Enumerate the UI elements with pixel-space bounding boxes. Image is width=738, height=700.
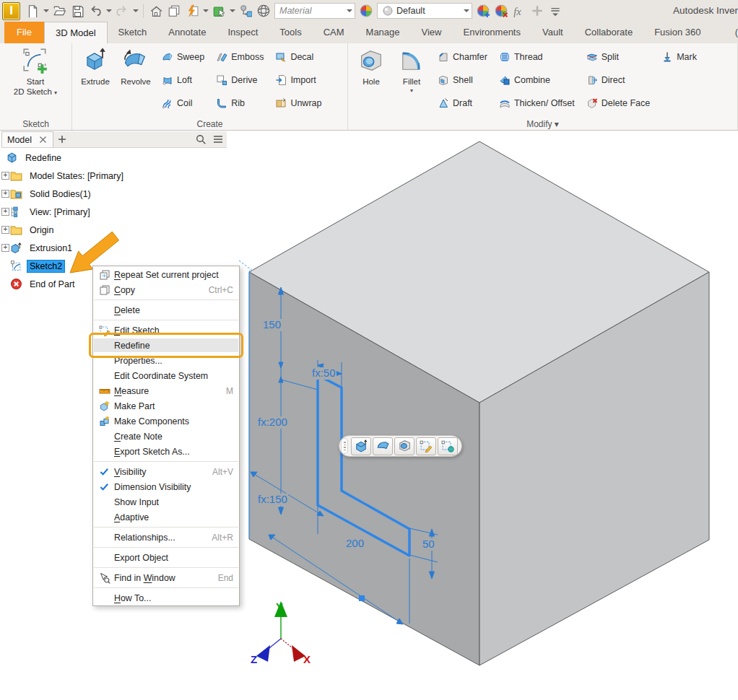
ribbon-tab-manage[interactable]: Manage — [355, 22, 411, 43]
ribbon-button-split[interactable]: Split — [583, 45, 654, 69]
ribbon-button-draft[interactable]: Draft — [434, 92, 491, 115]
customize-qat-icon[interactable] — [547, 2, 564, 19]
dropdown-caret[interactable] — [42, 2, 50, 19]
dim-fx150[interactable]: fx:150 — [257, 494, 288, 506]
ribbon-tab-view[interactable]: View — [411, 22, 453, 43]
undo-icon[interactable] — [87, 2, 104, 19]
ribbon-button-coil[interactable]: Coil — [158, 92, 208, 115]
appearance-combo[interactable]: Default — [377, 3, 472, 19]
mini-toolbar-grip[interactable] — [341, 438, 348, 454]
copy-icon[interactable] — [165, 2, 183, 19]
browser-menu-icon[interactable] — [209, 134, 227, 145]
ribbon-tab-file[interactable]: File — [4, 22, 44, 43]
menu-item-show-input[interactable]: Show Input — [93, 494, 239, 509]
save-file-icon[interactable] — [69, 2, 86, 19]
dropdown-caret[interactable] — [131, 2, 139, 19]
ribbon-button-derive[interactable]: Derive — [212, 69, 267, 92]
menu-item-export-sketch-as-[interactable]: Export Sketch As... — [93, 444, 239, 459]
search-icon[interactable] — [192, 134, 209, 145]
dim-50[interactable]: 50 — [422, 538, 435, 551]
ribbon-button-direct[interactable]: Direct — [583, 69, 654, 92]
menu-item-dimension-visibility[interactable]: Dimension Visibility — [93, 479, 239, 494]
extrude-mini-button[interactable] — [351, 437, 371, 455]
menu-item-make-components[interactable]: Make Components — [93, 414, 239, 429]
ribbon-button-start-2d-sketch[interactable]: Start2D Sketch ▾ — [3, 45, 68, 116]
ribbon-tab-inspect[interactable]: Inspect — [217, 22, 269, 43]
menu-item-relationships-[interactable]: Relationships...Alt+R — [93, 530, 239, 545]
menu-item-create-note[interactable]: Create Note — [93, 429, 239, 444]
ribbon-button-delete-face[interactable]: Delete Face — [583, 92, 654, 115]
tree-item-model-states-primary-[interactable]: +Model States: [Primary] — [0, 167, 231, 185]
ribbon-tab-vault[interactable]: Vault — [531, 22, 574, 43]
ribbon-tab-sketch[interactable]: Sketch — [108, 22, 158, 43]
ribbon-tab-collaborate[interactable]: Collaborate — [574, 22, 644, 43]
home-icon[interactable] — [147, 2, 165, 19]
ribbon-tab-3d-model[interactable]: 3D Model — [44, 22, 108, 43]
new-sketch-mini-button[interactable] — [438, 437, 458, 455]
revolve-mini-button[interactable] — [373, 437, 393, 455]
ribbon-button-thicken-offset[interactable]: Thicken/ Offset — [495, 92, 578, 115]
ribbon-button-revolve[interactable]: Revolve — [116, 45, 156, 116]
menu-item-edit-sketch[interactable]: Edit Sketch — [93, 323, 239, 338]
dim-fx200[interactable]: fx:200 — [257, 416, 288, 429]
ribbon-button-combine[interactable]: Combine — [495, 69, 578, 92]
ribbon-tab-cam[interactable]: CAM — [313, 22, 355, 43]
menu-item-how-to-[interactable]: How To... — [93, 590, 239, 605]
menu-item-adaptive[interactable]: Adaptive — [93, 509, 239, 525]
panel-label-sketch[interactable]: Sketch — [0, 119, 71, 129]
menu-item-visibility[interactable]: VisibilityAlt+V — [93, 464, 239, 479]
dropdown-caret[interactable] — [105, 2, 113, 19]
ribbon-button-import[interactable]: Import — [272, 69, 325, 92]
ribbon-button-thread[interactable]: Thread — [495, 45, 578, 69]
ribbon-button-chamfer[interactable]: Chamfer — [434, 45, 491, 69]
menu-item-copy[interactable]: CopyCtrl+C — [93, 282, 239, 297]
expand-plus-icon[interactable]: + — [1, 172, 9, 180]
ribbon-tab-fusion-360[interactable]: Fusion 360 — [643, 22, 711, 43]
dim-200[interactable]: 200 — [345, 538, 365, 550]
expand-plus-icon[interactable]: + — [1, 208, 9, 216]
redo-icon[interactable] — [113, 2, 131, 19]
material-combo[interactable]: Material — [274, 3, 355, 19]
ribbon-button-mark[interactable]: Mark — [658, 45, 700, 69]
menu-item-export-object[interactable]: Export Object — [93, 550, 239, 565]
open-file-icon[interactable] — [51, 2, 68, 19]
ribbon-button-unwrap[interactable]: Unwrap — [272, 92, 325, 115]
parameters-fx-icon[interactable]: fx — [511, 2, 528, 19]
expand-plus-icon[interactable]: + — [1, 190, 9, 198]
ribbon-tab--[interactable]: ( — [735, 22, 738, 43]
ribbon-button-shell[interactable]: Shell — [434, 69, 491, 92]
ribbon-tab-annotate[interactable]: Annotate — [157, 22, 217, 43]
inventor-logo[interactable]: I — [2, 2, 20, 20]
edit-sketch-mini-button[interactable] — [416, 437, 436, 455]
dropdown-caret[interactable] — [228, 2, 236, 19]
dim-fx50[interactable]: fx:50 — [311, 367, 337, 380]
ribbon-button-fillet[interactable]: Fillet▾ — [391, 45, 432, 116]
swap-component-icon[interactable] — [237, 2, 254, 19]
menu-item-make-part[interactable]: Make Part — [93, 398, 239, 414]
ribbon-button-extrude[interactable]: Extrude — [75, 45, 116, 116]
sketch-point[interactable] — [359, 595, 365, 601]
new-file-icon[interactable] — [24, 2, 41, 19]
update-model-icon[interactable] — [210, 2, 227, 19]
quick-launch-bolt-icon[interactable] — [183, 2, 201, 19]
ribbon-button-sweep[interactable]: Sweep — [158, 45, 208, 69]
tree-item-view-primary-[interactable]: +View: [Primary] — [0, 203, 231, 221]
panel-label-create[interactable]: Create — [72, 119, 347, 129]
ribbon-tab-tools[interactable]: Tools — [269, 22, 312, 43]
tree-item-origin[interactable]: +Origin — [0, 221, 231, 239]
ribbon-button-loft[interactable]: Loft — [158, 69, 208, 92]
close-icon[interactable] — [38, 136, 48, 144]
clear-appearance-wheel-icon[interactable] — [492, 2, 510, 19]
menu-item-properties-[interactable]: Properties... — [93, 353, 239, 368]
ribbon-button-emboss[interactable]: Emboss — [212, 45, 267, 69]
ribbon-button-decal[interactable]: Decal — [272, 45, 325, 69]
ribbon-button-hole[interactable]: Hole — [351, 45, 391, 116]
menu-item-delete[interactable]: Delete — [93, 302, 239, 318]
browser-tab-model[interactable]: Model — [1, 131, 53, 147]
menu-item-redefine[interactable]: Redefine — [93, 338, 239, 353]
menu-item-measure[interactable]: MeasureM — [93, 383, 239, 398]
render-globe-icon[interactable] — [255, 2, 272, 19]
hole-mini-button[interactable] — [394, 437, 414, 455]
add-button-icon[interactable] — [529, 2, 546, 19]
tree-item-extrusion1[interactable]: +Extrusion1 — [0, 239, 231, 257]
